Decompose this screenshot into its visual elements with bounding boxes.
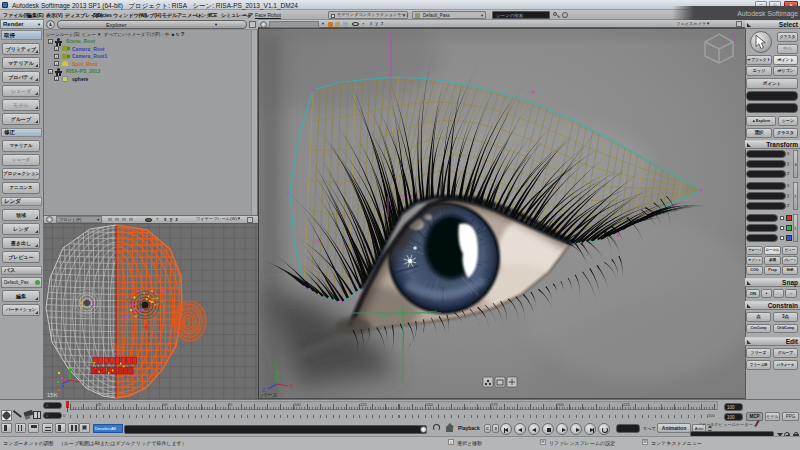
svg-text:15K: 15K	[47, 392, 58, 398]
svg-text:パース: パース	[260, 392, 278, 398]
